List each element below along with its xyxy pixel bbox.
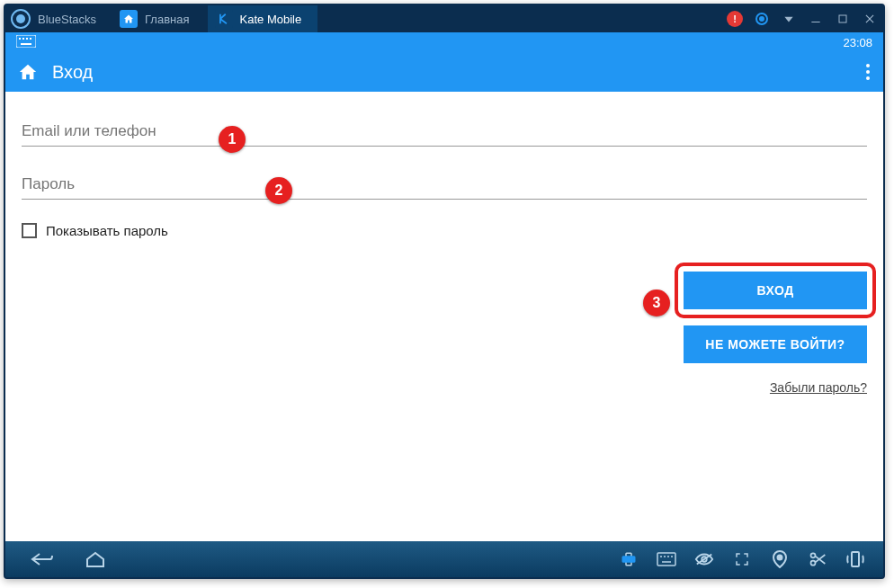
show-password-label: Показывать пароль: [46, 223, 168, 238]
svg-rect-30: [852, 552, 859, 566]
svg-point-26: [811, 553, 816, 557]
email-row: [22, 117, 867, 147]
svg-point-25: [778, 556, 782, 560]
forgot-password-link[interactable]: Забыли пароль?: [770, 380, 867, 395]
svg-rect-17: [657, 553, 675, 566]
home-nav-button[interactable]: [68, 541, 122, 577]
svg-point-12: [866, 64, 870, 67]
back-button[interactable]: [14, 541, 68, 577]
shake-icon[interactable]: [844, 548, 867, 571]
close-button[interactable]: [859, 8, 881, 30]
annotation-marker-2: 2: [265, 177, 292, 204]
keyboard-status-icon: [16, 35, 38, 49]
app-viewport: 23:08 Вход Показывать пароль: [5, 32, 883, 541]
status-clock: 23:08: [843, 36, 872, 49]
location-icon[interactable]: [768, 548, 791, 571]
app-header: Вход: [5, 52, 883, 92]
svg-point-14: [866, 76, 870, 80]
svg-line-29: [816, 555, 826, 562]
password-input[interactable]: [22, 170, 867, 200]
maximize-button[interactable]: [832, 8, 854, 30]
keyboard-icon[interactable]: [655, 548, 678, 571]
svg-rect-10: [30, 38, 31, 40]
svg-rect-9: [26, 38, 28, 40]
password-row: [22, 170, 867, 200]
tab-home[interactable]: Главная: [112, 5, 205, 32]
tab-label: Kate Mobile: [240, 13, 302, 26]
login-button[interactable]: ВХОД: [684, 272, 867, 309]
notification-icon[interactable]: !: [724, 8, 746, 30]
svg-rect-8: [22, 38, 24, 40]
titlebar: BlueStacks Главная Kate Mobile !: [5, 5, 883, 32]
svg-rect-3: [839, 15, 846, 22]
login-form: Показывать пароль ВХОД НЕ МОЖЕТЕ ВОЙТИ? …: [5, 92, 883, 238]
svg-rect-7: [19, 38, 21, 40]
svg-point-1: [16, 14, 25, 23]
app-title: BlueStacks: [38, 13, 96, 26]
login-button-label: ВХОД: [756, 283, 793, 298]
cant-login-button[interactable]: НЕ МОЖЕТЕ ВОЙТИ?: [684, 325, 867, 363]
visibility-icon[interactable]: [693, 548, 716, 571]
show-password-row: Показывать пароль: [22, 223, 867, 238]
tab-label: Главная: [145, 13, 189, 26]
annotation-marker-3: 3: [643, 290, 670, 316]
button-column: ВХОД НЕ МОЖЕТЕ ВОЙТИ? Забыли пароль?: [684, 272, 867, 396]
record-icon[interactable]: [751, 8, 773, 30]
page-title: Вход: [52, 62, 93, 83]
overflow-menu-icon[interactable]: [865, 63, 871, 81]
rotate-icon[interactable]: [617, 548, 640, 571]
svg-rect-6: [16, 35, 36, 48]
svg-rect-16: [622, 557, 635, 562]
dropdown-icon[interactable]: [778, 8, 800, 30]
svg-point-27: [811, 561, 816, 566]
svg-rect-11: [21, 43, 31, 45]
bluestacks-window: BlueStacks Главная Kate Mobile ! 23:08: [4, 4, 885, 579]
annotation-marker-1: 1: [219, 126, 246, 153]
tab-kate-mobile[interactable]: Kate Mobile: [208, 5, 318, 32]
kate-tab-icon: [215, 10, 233, 28]
fullscreen-icon[interactable]: [730, 548, 754, 571]
android-status-bar: 23:08: [5, 32, 883, 52]
bluestacks-logo-icon: [9, 7, 32, 31]
svg-point-13: [866, 70, 870, 74]
scissors-icon[interactable]: [806, 548, 829, 571]
svg-line-28: [816, 557, 826, 564]
email-input[interactable]: [22, 117, 867, 147]
show-password-checkbox[interactable]: [22, 223, 37, 238]
home-tab-icon: [120, 10, 138, 28]
minimize-button[interactable]: [805, 8, 827, 30]
home-icon[interactable]: [18, 62, 38, 82]
android-nav-bar: [5, 541, 883, 577]
